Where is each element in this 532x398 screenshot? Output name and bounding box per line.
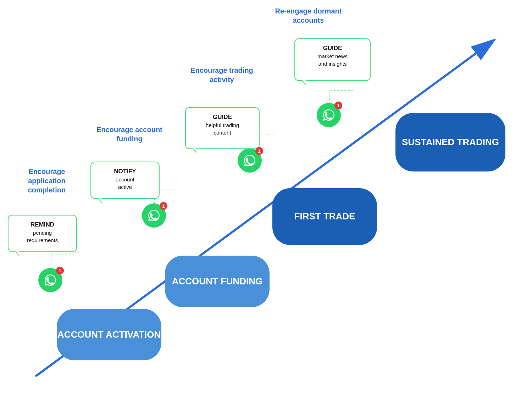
account-funding-bubble: ACCOUNT FUNDING [165, 256, 270, 307]
encourage-trading-label: Encourage trading activity [187, 66, 256, 84]
encourage-application-label: Encourage application completion [11, 167, 82, 195]
badge-4: 1 [334, 102, 342, 109]
diagram-canvas: ACCOUNT ACTIVATION ACCOUNT FUNDING FIRST… [0, 0, 532, 398]
sustained-trading-bubble: SUSTAINED TRADING [395, 113, 505, 171]
guide-helpful-bold: GUIDE [192, 113, 253, 121]
notify-guide-box: NOTIFY accountactive [90, 162, 160, 199]
account-activation-bubble: ACCOUNT ACTIVATION [57, 309, 161, 360]
guide-market-text: market newsand insights [301, 53, 364, 67]
first-trade-bubble: FIRST TRADE [272, 188, 377, 245]
whatsapp-icon-4: 1 [317, 103, 341, 127]
remind-bold-label: REMIND [15, 220, 70, 229]
whatsapp-icon-3: 1 [238, 148, 262, 173]
guide-market-bold: GUIDE [301, 44, 364, 53]
badge-1: 1 [56, 267, 64, 274]
reengage-dormant-label: Re-engage dormant accounts [270, 6, 347, 25]
encourage-funding-label: Encourage account funding [94, 125, 165, 143]
remind-guide-box: REMIND pendingrequirements [8, 215, 77, 252]
guide-helpful-box: GUIDE helpful tradingcontent [185, 107, 260, 149]
guide-market-box: GUIDE market newsand insights [294, 38, 371, 81]
guide-helpful-text: helpful tradingcontent [192, 121, 253, 136]
whatsapp-icon-2: 1 [142, 203, 166, 228]
badge-3: 1 [255, 147, 263, 155]
notify-text: accountactive [98, 176, 153, 191]
notify-bold-label: NOTIFY [98, 167, 153, 176]
badge-2: 1 [160, 202, 167, 210]
whatsapp-icon-1: 1 [38, 268, 62, 292]
remind-text: pendingrequirements [15, 229, 70, 244]
